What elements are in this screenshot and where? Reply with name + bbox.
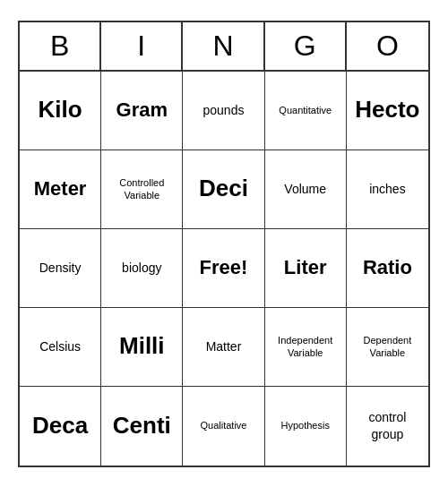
bingo-cell: Free!	[183, 229, 264, 308]
bingo-cell: Deca	[20, 387, 101, 466]
header-letter: N	[183, 22, 264, 70]
bingo-cell: Meter	[20, 150, 101, 229]
cell-text: Volume	[284, 181, 326, 197]
cell-text: Density	[39, 260, 82, 276]
cell-text: Quantitative	[279, 104, 332, 116]
bingo-cell: Milli	[101, 308, 183, 387]
bingo-cell: Matter	[183, 308, 264, 387]
cell-text: control group	[368, 409, 406, 441]
bingo-cell: Quantitative	[265, 72, 347, 150]
bingo-cell: Ratio	[347, 229, 428, 308]
bingo-cell: Liter	[265, 229, 347, 308]
bingo-cell: Gram	[101, 72, 183, 150]
bingo-cell: Density	[20, 229, 101, 308]
cell-text: Ratio	[363, 255, 412, 281]
cell-text: Hecto	[355, 95, 419, 125]
bingo-cell: pounds	[183, 72, 264, 150]
bingo-cell: Dependent Variable	[347, 308, 428, 387]
header-letter: O	[347, 22, 428, 70]
bingo-cell: inches	[347, 150, 428, 229]
bingo-cell: Qualitative	[183, 387, 264, 466]
header-letter: G	[265, 22, 347, 70]
bingo-cell: Volume	[265, 150, 347, 229]
cell-text: Independent Variable	[278, 334, 332, 360]
bingo-cell: control group	[347, 387, 428, 466]
bingo-header: BINGO	[20, 22, 428, 72]
cell-text: Liter	[284, 255, 327, 281]
cell-text: Meter	[34, 176, 87, 202]
bingo-cell: Centi	[101, 387, 183, 466]
cell-text: Kilo	[39, 95, 82, 125]
cell-text: Milli	[119, 331, 165, 362]
bingo-card: BINGO KiloGrampoundsQuantitativeHectoMet…	[18, 21, 430, 467]
cell-text: Dependent Variable	[363, 334, 411, 360]
cell-text: Qualitative	[201, 419, 247, 431]
cell-text: Gram	[116, 98, 168, 124]
cell-text: inches	[369, 181, 405, 197]
header-letter: I	[101, 22, 183, 70]
cell-text: Centi	[113, 411, 171, 441]
bingo-cell: Independent Variable	[265, 308, 347, 387]
bingo-cell: Celsius	[20, 308, 101, 387]
cell-text: Deci	[199, 174, 248, 204]
cell-text: Free!	[200, 255, 248, 281]
cell-text: Controlled Variable	[119, 176, 164, 202]
bingo-cell: Hecto	[347, 72, 428, 150]
cell-text: Matter	[206, 338, 242, 355]
bingo-cell: Controlled Variable	[101, 150, 183, 229]
header-letter: B	[20, 22, 101, 70]
bingo-cell: Deci	[183, 150, 264, 229]
cell-text: Deca	[32, 411, 88, 441]
cell-text: Celsius	[39, 338, 81, 355]
bingo-cell: Kilo	[20, 72, 101, 150]
cell-text: Hypothesis	[280, 419, 329, 431]
cell-text: pounds	[203, 102, 245, 118]
bingo-cell: Hypothesis	[265, 387, 347, 466]
bingo-grid: KiloGrampoundsQuantitativeHectoMeterCont…	[20, 72, 428, 466]
bingo-cell: biology	[101, 229, 183, 308]
cell-text: biology	[122, 260, 161, 276]
